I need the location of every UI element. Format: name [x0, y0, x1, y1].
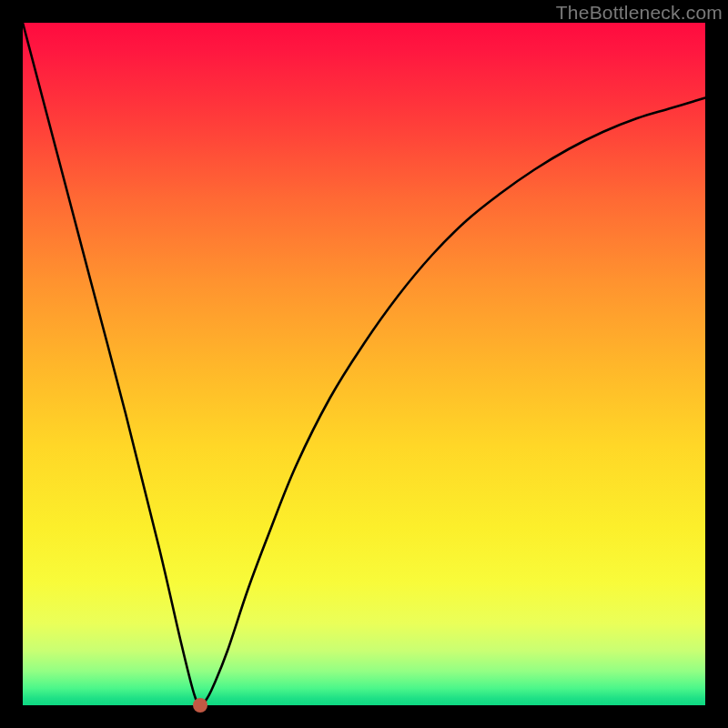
- min-point-marker: [193, 698, 207, 713]
- bottleneck-curve: [23, 23, 705, 705]
- chart-frame: TheBottleneck.com: [0, 0, 728, 728]
- chart-plot-area: [23, 23, 705, 705]
- curve-path: [23, 23, 705, 705]
- watermark-text: TheBottleneck.com: [556, 2, 723, 24]
